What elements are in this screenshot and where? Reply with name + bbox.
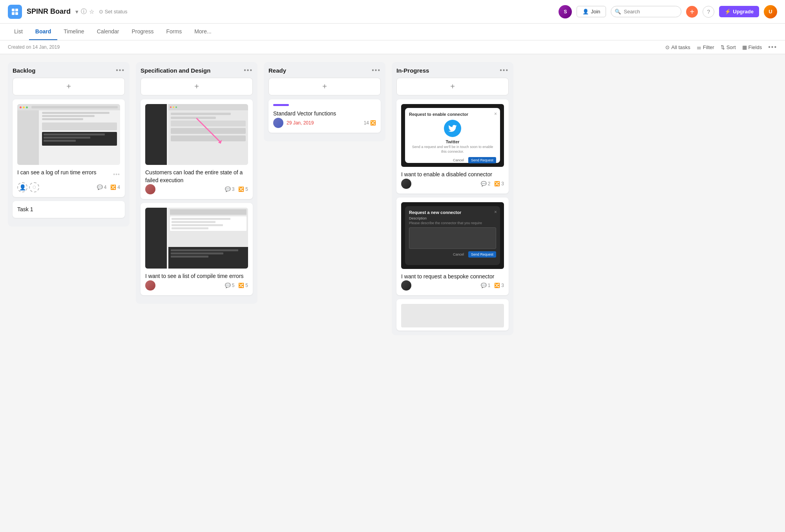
tab-board[interactable]: Board <box>29 24 57 40</box>
card-enable-connector[interactable]: Request to enable connector × Twitter Se… <box>396 99 509 194</box>
svg-rect-2 <box>12 12 15 15</box>
spec-add-card-button[interactable]: + <box>141 78 253 95</box>
nav-tabs: List Board Timeline Calendar Progress Fo… <box>0 24 785 40</box>
set-status-button[interactable]: ⊙ Set status <box>99 9 127 15</box>
in-progress-add-card-button[interactable]: + <box>396 78 509 95</box>
column-spec-header: Specification and Design ••• <box>141 67 253 74</box>
card-run-time-errors[interactable]: I can see a log of run time errors ••• 👤… <box>13 99 125 197</box>
column-spec-menu[interactable]: ••• <box>244 67 253 74</box>
upgrade-button[interactable]: ⚡ Upgrade <box>719 6 759 17</box>
ready-add-card-button[interactable]: + <box>268 78 381 95</box>
svg-rect-0 <box>12 9 15 11</box>
tab-calendar[interactable]: Calendar <box>91 24 126 40</box>
card-failed-execution-footer: 💬 3 🔀 5 <box>145 184 248 194</box>
comment-icon: 💬 <box>225 186 231 192</box>
card-tasks-5b: 🔀 5 <box>238 283 248 288</box>
tab-timeline[interactable]: Timeline <box>57 24 90 40</box>
column-backlog-header: Backlog ••• <box>13 67 125 74</box>
sort-icon: ⇅ <box>721 44 725 50</box>
all-tasks-icon: ⊙ <box>665 44 670 50</box>
more-options-button[interactable]: ••• <box>768 44 777 51</box>
all-tasks-filter[interactable]: ⊙ All tasks <box>665 44 690 50</box>
fields-icon: ▦ <box>742 44 747 50</box>
card-failed-execution-meta: 💬 3 🔀 5 <box>225 186 248 192</box>
user-avatar-group: S <box>559 5 572 18</box>
card-avatar-av2b <box>145 280 155 291</box>
card-failed-execution-title: Customers can load the entire state of a… <box>145 169 243 183</box>
created-info: Created on 14 Jan, 2019 <box>8 44 60 50</box>
star-icon[interactable]: ☆ <box>89 8 94 15</box>
column-backlog-title: Backlog <box>13 67 35 74</box>
column-in-progress-title: In-Progress <box>396 67 429 74</box>
team-avatar: S <box>559 5 572 18</box>
card-compile-errors-title: I want to see a list of compile time err… <box>145 273 244 279</box>
sort-button[interactable]: ⇅ Sort <box>721 44 736 50</box>
column-ready: Ready ••• + Standard Vector functions 29… <box>264 62 385 141</box>
column-in-progress-menu[interactable]: ••• <box>500 67 509 74</box>
info-icon[interactable]: ⓘ <box>81 8 87 15</box>
column-backlog: Backlog ••• + <box>8 62 130 227</box>
tab-forms[interactable]: Forms <box>160 24 188 40</box>
tab-progress[interactable]: Progress <box>125 24 160 40</box>
task-icon: 🔀 <box>494 283 500 288</box>
card-enable-connector-image: Request to enable connector × Twitter Se… <box>401 104 504 167</box>
card-bespoke-connector[interactable]: Request a new connector × Description Pl… <box>396 197 509 296</box>
card-tasks-3a: 🔀 3 <box>494 181 504 186</box>
card-enable-connector-title: I want to enable a disabled connector <box>401 171 492 177</box>
subheader: Created on 14 Jan, 2019 ⊙ All tasks ⚌ Fi… <box>0 40 785 54</box>
tab-more[interactable]: More... <box>188 24 218 40</box>
column-ready-title: Ready <box>268 67 286 74</box>
comment-icon: 💬 <box>481 283 487 288</box>
card-vector-footer: 29 Jan, 2019 14 🔀 <box>273 118 376 128</box>
card-vector-functions[interactable]: Standard Vector functions 29 Jan, 2019 1… <box>268 99 381 133</box>
backlog-add-card-button[interactable]: + <box>13 78 125 95</box>
card-failed-execution[interactable]: Customers can load the entire state of a… <box>141 99 253 199</box>
task-icon: 🔀 <box>494 181 500 186</box>
card-bespoke-connector-title: I want to request a bespoke connector <box>401 273 494 280</box>
upgrade-icon: ⚡ <box>725 9 731 15</box>
tab-list[interactable]: List <box>8 24 29 40</box>
fields-button[interactable]: ▦ Fields <box>742 44 762 50</box>
board: Backlog ••• + <box>0 54 785 532</box>
card-compile-errors-meta: 💬 5 🔀 5 <box>225 283 248 288</box>
filter-button[interactable]: ⚌ Filter <box>697 44 714 50</box>
card-bespoke-connector-image: Request a new connector × Description Pl… <box>401 202 504 269</box>
card-partial[interactable] <box>396 299 509 331</box>
card-bespoke-connector-avatars <box>401 280 411 291</box>
help-button[interactable]: ? <box>703 6 714 18</box>
card-avatar-av1 <box>273 118 283 128</box>
card-compile-errors[interactable]: I want to see a list of compile time err… <box>141 203 253 295</box>
column-ready-menu[interactable]: ••• <box>372 67 381 74</box>
comment-icon: 💬 <box>481 181 487 186</box>
task-icon: 🔀 <box>238 283 244 288</box>
card-run-time-errors-menu[interactable]: ••• <box>113 171 120 177</box>
card-run-time-errors-footer: 👤 ⬡ 💬 4 🔀 4 <box>17 182 120 192</box>
task-icon: 🔀 <box>370 120 376 126</box>
card-avatar-placeholder1: 👤 <box>17 182 27 192</box>
card-avatar-av2 <box>145 184 155 194</box>
add-button[interactable]: + <box>686 6 698 18</box>
card-run-time-errors-top-row: I can see a log of run time errors ••• <box>17 169 120 180</box>
card-comments-1: 💬 1 <box>481 283 491 288</box>
card-failed-execution-image <box>145 104 248 165</box>
column-backlog-menu[interactable]: ••• <box>116 67 125 74</box>
column-in-progress: In-Progress ••• + Request to enable conn… <box>392 62 513 335</box>
card-avatar-dark2 <box>401 280 411 291</box>
join-icon: 👤 <box>582 9 589 15</box>
card-run-time-errors-meta: 💬 4 🔀 4 <box>97 185 120 190</box>
card-tasks-3b: 🔀 3 <box>494 283 504 288</box>
card-enable-connector-avatars <box>401 179 411 189</box>
card-comments-5: 💬 5 <box>225 283 235 288</box>
search-input[interactable] <box>611 6 681 17</box>
card-task1[interactable]: Task 1 <box>13 201 125 218</box>
card-run-time-errors-title: I can see a log of run time errors <box>17 169 97 177</box>
card-run-time-errors-image <box>17 104 120 165</box>
svg-rect-3 <box>15 12 18 15</box>
task-icon: 🔀 <box>238 186 244 192</box>
search-wrapper: 🔍 <box>611 6 681 17</box>
card-comments-3: 💬 3 <box>225 186 235 192</box>
user-profile-avatar[interactable]: U <box>764 5 777 18</box>
join-button[interactable]: 👤 Join <box>577 6 606 17</box>
dropdown-icon[interactable]: ▾ <box>75 8 78 15</box>
card-comments-2: 💬 2 <box>481 181 491 186</box>
